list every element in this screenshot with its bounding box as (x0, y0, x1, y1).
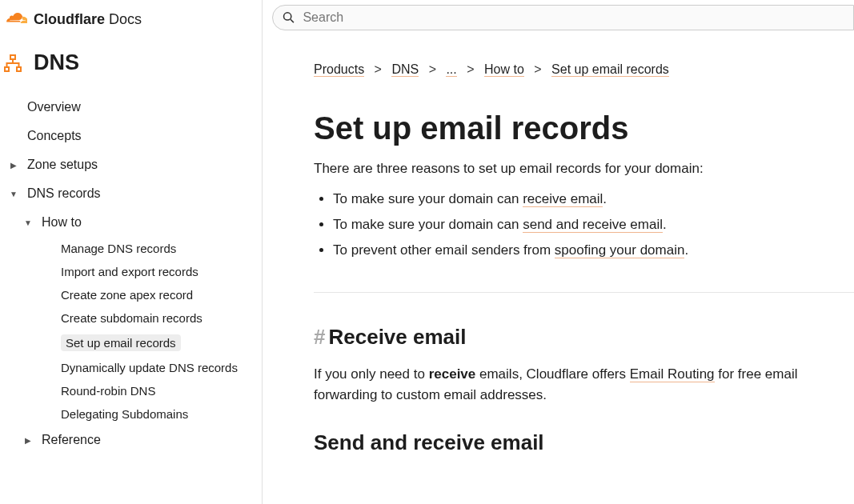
svg-rect-2 (17, 67, 21, 71)
intro-text: There are three reasons to set up email … (314, 161, 854, 177)
link-spoofing[interactable]: spoofing your domain (555, 242, 685, 258)
page-title: Set up email records (314, 110, 854, 146)
link-receive-email[interactable]: receive email (523, 191, 603, 207)
reasons-list: To make sure your domain can receive ema… (314, 191, 854, 258)
nav-leaf-manage[interactable]: Manage DNS records (0, 237, 262, 260)
link-email-routing[interactable]: Email Routing (630, 366, 715, 382)
divider (314, 292, 854, 293)
nav-how-to[interactable]: ▼How to (0, 208, 262, 237)
crumb-ellipsis[interactable]: ... (446, 62, 456, 77)
crumb-dns[interactable]: DNS (391, 62, 419, 77)
nav-reference[interactable]: ▶Reference (0, 426, 262, 454)
nav-dns-records[interactable]: ▼DNS records (0, 179, 262, 208)
hierarchy-icon (3, 54, 22, 73)
receive-paragraph: If you only need to receive emails, Clou… (314, 364, 854, 406)
crumb-howto[interactable]: How to (484, 62, 524, 77)
hash-anchor-icon[interactable]: # (314, 325, 325, 350)
heading-send: Send and receive email (314, 430, 854, 455)
caret-right-icon: ▶ (14, 436, 42, 445)
section-title: DNS (34, 50, 79, 75)
search-icon (283, 11, 295, 24)
search-box[interactable] (272, 5, 854, 30)
nav-leaf-apex[interactable]: Create zone apex record (0, 283, 262, 306)
reason-item: To make sure your domain can send and re… (333, 217, 854, 233)
nav-leaf-email[interactable]: Set up email records (0, 330, 262, 356)
svg-point-3 (284, 13, 291, 20)
breadcrumb-separator: > (429, 62, 436, 76)
caret-down-icon: ▼ (14, 218, 42, 227)
breadcrumb-separator: > (467, 62, 474, 76)
cloudflare-logo-icon (6, 13, 27, 27)
nav-leaf-roundrobin[interactable]: Round-robin DNS (0, 379, 262, 402)
brand-row[interactable]: Cloudflare Docs (0, 11, 262, 28)
breadcrumb-separator: > (375, 62, 382, 76)
link-send-receive-email[interactable]: send and receive email (523, 217, 663, 233)
heading-receive: #Receive email (314, 325, 854, 350)
svg-rect-1 (5, 67, 9, 71)
nav-concepts[interactable]: Concepts (0, 122, 262, 150)
caret-down-icon: ▼ (0, 190, 27, 198)
crumb-current[interactable]: Set up email records (551, 62, 669, 77)
breadcrumb: Products > DNS > ... > How to > Set up e… (314, 62, 854, 77)
svg-line-4 (291, 19, 294, 22)
nav-leaf-subdomain[interactable]: Create subdomain records (0, 306, 262, 330)
reason-item: To prevent other email senders from spoo… (333, 242, 854, 258)
nav-zone-setups[interactable]: ▶Zone setups (0, 150, 262, 179)
reason-item: To make sure your domain can receive ema… (333, 191, 854, 207)
search-row (263, 0, 854, 35)
main-content: Products > DNS > ... > How to > Set up e… (263, 0, 854, 504)
section-header: DNS (0, 50, 262, 75)
breadcrumb-separator: > (534, 62, 541, 76)
nav-leaf-delegating[interactable]: Delegating Subdomains (0, 402, 262, 426)
nav-leaf-dynamic[interactable]: Dynamically update DNS records (0, 356, 262, 379)
brand-text: Cloudflare Docs (34, 11, 142, 28)
sidebar: Cloudflare Docs DNS Overview Concepts ▶Z… (0, 0, 263, 504)
svg-rect-0 (10, 55, 15, 59)
search-input[interactable] (303, 10, 853, 25)
nav-list: Overview Concepts ▶Zone setups ▼DNS reco… (0, 93, 262, 454)
crumb-products[interactable]: Products (314, 62, 364, 77)
nav-overview[interactable]: Overview (0, 93, 262, 122)
nav-howto-list: Manage DNS records Import and export rec… (0, 237, 262, 426)
nav-leaf-import[interactable]: Import and export records (0, 260, 262, 283)
caret-right-icon: ▶ (0, 161, 27, 170)
